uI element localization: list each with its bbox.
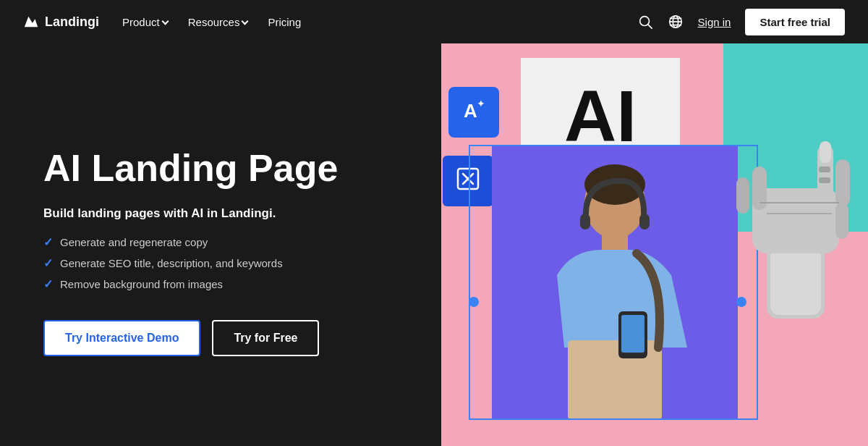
svg-rect-30 — [835, 203, 848, 239]
person-block — [492, 145, 738, 420]
robot-hand-svg — [723, 130, 868, 333]
search-icon[interactable] — [637, 14, 653, 30]
try-demo-button[interactable]: Try Interactive Demo — [43, 320, 200, 356]
nav-item-resources[interactable]: Resources — [188, 16, 248, 28]
nav-right: Sign in Start free trial — [637, 9, 845, 35]
svg-rect-26 — [820, 141, 831, 163]
svg-marker-0 — [25, 17, 38, 28]
resources-chevron-icon — [242, 17, 249, 25]
ai-icon-card-1: A ✦ — [448, 87, 499, 138]
scissors-icon — [455, 166, 481, 197]
nav-pricing-label: Pricing — [268, 16, 301, 28]
features-list: ✓ Generate and regenerate copy ✓ Generat… — [43, 235, 391, 291]
svg-rect-18 — [639, 214, 650, 230]
nav-resources-label: Resources — [188, 16, 240, 28]
hero-title: AI Landing Page — [43, 148, 391, 189]
svg-rect-17 — [580, 214, 590, 230]
feature-text-1: Generate and regenerate copy — [60, 236, 208, 248]
hero-composition: AI A ✦ — [420, 43, 868, 446]
logo[interactable]: Landingi — [23, 14, 99, 30]
sign-in-link[interactable]: Sign in — [698, 16, 731, 28]
check-icon-2: ✓ — [43, 256, 53, 270]
nav-item-product[interactable]: Product — [122, 16, 168, 28]
product-chevron-icon — [161, 17, 169, 25]
check-icon-3: ✓ — [43, 277, 53, 291]
feature-text-2: Generate SEO title, description, and key… — [60, 257, 283, 269]
check-icon-1: ✓ — [43, 235, 53, 249]
feature-item-2: ✓ Generate SEO title, description, and k… — [43, 256, 391, 270]
svg-rect-27 — [835, 159, 850, 206]
svg-text:A: A — [464, 100, 477, 122]
feature-text-3: Remove background from images — [60, 278, 223, 290]
logo-text: Landingi — [45, 14, 99, 30]
svg-text:✦: ✦ — [477, 98, 485, 109]
robot-hand — [723, 130, 868, 333]
feature-item-3: ✓ Remove background from images — [43, 277, 391, 291]
ai-label: AI — [564, 80, 637, 152]
logo-icon — [23, 14, 39, 30]
svg-rect-34 — [819, 177, 830, 183]
hero-right: AI A ✦ — [420, 43, 868, 446]
selection-dot-left — [469, 297, 479, 307]
navbar: Landingi Product Resources Pricing Sign … — [0, 0, 868, 43]
ai-icon-card-2 — [443, 156, 493, 206]
svg-rect-33 — [819, 167, 830, 172]
feature-item-1: ✓ Generate and regenerate copy — [43, 235, 391, 249]
nav-items: Product Resources Pricing — [122, 16, 301, 28]
hero-subtitle: Build landing pages with AI in Landingi. — [43, 206, 391, 221]
try-free-button[interactable]: Try for Free — [212, 320, 319, 356]
sparkle-a-icon: A ✦ — [461, 97, 487, 128]
start-trial-button[interactable]: Start free trial — [745, 9, 845, 35]
svg-rect-20 — [621, 315, 644, 353]
cta-buttons: Try Interactive Demo Try for Free — [43, 320, 391, 356]
svg-rect-16 — [568, 340, 662, 420]
main-content: AI Landing Page Build landing pages with… — [0, 43, 868, 446]
nav-product-label: Product — [122, 16, 160, 28]
svg-rect-29 — [736, 177, 749, 214]
nav-item-pricing[interactable]: Pricing — [268, 16, 301, 28]
hero-left: AI Landing Page Build landing pages with… — [0, 43, 420, 446]
person-svg — [492, 145, 738, 420]
svg-line-2 — [648, 25, 652, 28]
nav-left: Landingi Product Resources Pricing — [23, 14, 301, 30]
globe-icon[interactable] — [668, 14, 684, 30]
